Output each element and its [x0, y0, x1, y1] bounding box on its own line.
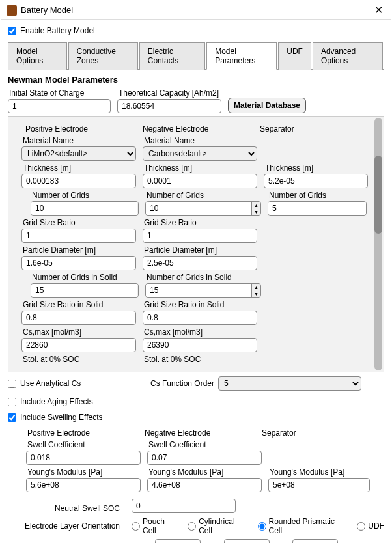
- pos-gridratio-label: Grid Size Ratio: [21, 218, 136, 227]
- include-aging-checkbox[interactable]: [8, 398, 16, 406]
- sep-youngs-label: Young's Modulus [Pa]: [268, 467, 370, 477]
- neg-ngrids-solid-input[interactable]: [146, 284, 251, 297]
- neg-thickness-input[interactable]: [143, 174, 257, 188]
- pos-swellcoef-label: Swell Coefficient: [26, 440, 141, 449]
- neg-ngrids-input[interactable]: [146, 202, 251, 215]
- neg-swellcoef-label: Swell Coefficient: [147, 440, 262, 449]
- spinner-down-icon[interactable]: ▼: [137, 208, 139, 215]
- cyl-axis-z-input[interactable]: [292, 539, 338, 543]
- neg-material-select[interactable]: Carbon<default>: [143, 146, 257, 161]
- pos-material-label: Material Name: [21, 136, 136, 145]
- pos-thickness-input[interactable]: [21, 174, 136, 188]
- enable-battery-checkbox[interactable]: [8, 27, 16, 35]
- swell-header-sep: Separator: [262, 428, 296, 438]
- use-analytical-cs-label: Use Analytical Cs: [20, 379, 150, 388]
- include-swelling-checkbox[interactable]: [8, 413, 16, 422]
- neutral-swell-soc-input[interactable]: [132, 499, 236, 513]
- sep-ngrids-label: Number of Grids: [268, 191, 367, 200]
- neg-csmax-input[interactable]: [143, 338, 257, 352]
- theoretical-capacity-label: Theoretical Capacity [Ah/m2]: [117, 89, 221, 98]
- pos-gridratio-solid-label: Grid Size Ratio in Solid: [21, 300, 136, 309]
- close-icon[interactable]: ✕: [372, 4, 385, 16]
- pos-youngs-input[interactable]: [26, 478, 141, 492]
- udf-radio[interactable]: [357, 522, 365, 531]
- pos-stoi0-label: Stoi. at 0% SOC: [21, 355, 136, 364]
- cylindrical-radio[interactable]: [188, 522, 196, 531]
- cyl-axis-x-input[interactable]: [155, 539, 201, 543]
- header-separator: Separator: [260, 124, 294, 133]
- neg-thickness-label: Thickness [m]: [143, 163, 257, 173]
- theoretical-capacity-input[interactable]: [117, 99, 221, 113]
- sep-ngrids-input[interactable]: [268, 202, 367, 215]
- neg-gridratio-input[interactable]: [143, 229, 257, 243]
- pos-gridratio-solid-input[interactable]: [21, 311, 136, 325]
- spinner-down-icon[interactable]: ▼: [137, 290, 139, 297]
- spinner-up-icon[interactable]: ▲: [137, 284, 139, 290]
- neg-stoi0-label: Stoi. at 0% SOC: [143, 355, 257, 364]
- pos-pdia-label: Particle Diameter [m]: [21, 245, 136, 255]
- parameters-scroll-area: Positive Electrode Negative Electrode Se…: [8, 116, 384, 372]
- include-swelling-label: Include Swelling Effects: [20, 413, 103, 422]
- neg-ngrids-solid-label: Number of Grids in Solid: [145, 273, 261, 282]
- header-negative: Negative Electrode: [143, 124, 260, 133]
- layer-orientation-label: Electrode Layer Orientation: [8, 522, 125, 531]
- neg-ngrids-label: Number of Grids: [145, 191, 261, 200]
- initial-soc-input[interactable]: [8, 99, 111, 113]
- use-analytical-cs-checkbox[interactable]: [8, 380, 16, 388]
- tab-model-parameters[interactable]: Model Parameters: [206, 42, 277, 70]
- tab-bar: Model Options Conductive Zones Electric …: [8, 42, 384, 70]
- neg-youngs-label: Young's Modulus [Pa]: [147, 467, 262, 477]
- tab-model-options[interactable]: Model Options: [8, 42, 67, 70]
- material-database-button[interactable]: Material Database: [228, 98, 306, 113]
- neg-swellcoef-input[interactable]: [147, 451, 262, 465]
- pos-ngrids-solid-label: Number of Grids in Solid: [31, 273, 139, 282]
- neg-gridratio-label: Grid Size Ratio: [143, 218, 257, 227]
- spinner-up-icon[interactable]: ▲: [251, 284, 260, 290]
- window-title: Battery Model: [21, 5, 372, 15]
- section-title: Newman Model Parameters: [8, 75, 384, 85]
- swell-header-neg: Negative Electrode: [145, 428, 262, 438]
- cs-order-select[interactable]: 5: [218, 376, 361, 391]
- cyl-axis-y-input[interactable]: [224, 539, 270, 543]
- tab-electric-contacts[interactable]: Electric Contacts: [139, 42, 205, 70]
- tab-conductive-zones[interactable]: Conductive Zones: [68, 42, 138, 70]
- neg-gridratio-solid-label: Grid Size Ratio in Solid: [143, 300, 257, 309]
- neg-material-label: Material Name: [143, 136, 257, 145]
- neg-pdia-input[interactable]: [143, 256, 257, 270]
- pos-csmax-label: Cs,max [mol/m3]: [21, 327, 136, 337]
- pos-swellcoef-input[interactable]: [26, 451, 141, 465]
- spinner-up-icon[interactable]: ▲: [251, 202, 260, 208]
- enable-battery-label: Enable Battery Model: [20, 26, 95, 35]
- neg-gridratio-solid-input[interactable]: [143, 311, 257, 325]
- neg-youngs-input[interactable]: [147, 478, 262, 492]
- sep-thickness-label: Thickness [m]: [264, 163, 368, 173]
- pos-gridratio-input[interactable]: [21, 229, 136, 243]
- pos-ngrids-label: Number of Grids: [31, 191, 139, 200]
- neutral-swell-soc-label: Neutral Swell SOC: [8, 504, 125, 513]
- spinner-up-icon[interactable]: ▲: [137, 202, 139, 208]
- pos-thickness-label: Thickness [m]: [21, 163, 136, 173]
- pos-pdia-input[interactable]: [21, 256, 136, 270]
- sep-thickness-input[interactable]: [264, 174, 368, 188]
- neg-pdia-label: Particle Diameter [m]: [143, 245, 257, 255]
- spinner-down-icon[interactable]: ▼: [251, 290, 260, 297]
- tab-advanced-options[interactable]: Advanced Options: [313, 42, 383, 70]
- app-icon: [7, 5, 17, 16]
- tab-udf[interactable]: UDF: [278, 42, 311, 70]
- header-positive: Positive Electrode: [25, 124, 143, 133]
- pos-ngrids-solid-input[interactable]: [31, 284, 137, 297]
- spinner-down-icon[interactable]: ▼: [251, 208, 260, 215]
- include-aging-label: Include Aging Effects: [20, 397, 93, 406]
- pos-material-select[interactable]: LiMnO2<default>: [21, 146, 136, 161]
- neg-csmax-label: Cs,max [mol/m3]: [143, 327, 257, 337]
- scrollbar-thumb[interactable]: [374, 156, 382, 234]
- initial-soc-label: Initial State of Charge: [8, 89, 111, 98]
- pos-ngrids-input[interactable]: [31, 202, 137, 215]
- sep-youngs-input[interactable]: [268, 478, 370, 492]
- pos-youngs-label: Young's Modulus [Pa]: [26, 467, 141, 477]
- pos-csmax-input[interactable]: [21, 338, 136, 352]
- rounded-radio[interactable]: [258, 522, 266, 531]
- cs-order-label: Cs Function Order: [150, 379, 214, 388]
- pouch-radio[interactable]: [132, 522, 140, 531]
- swell-header-pos: Positive Electrode: [27, 428, 145, 438]
